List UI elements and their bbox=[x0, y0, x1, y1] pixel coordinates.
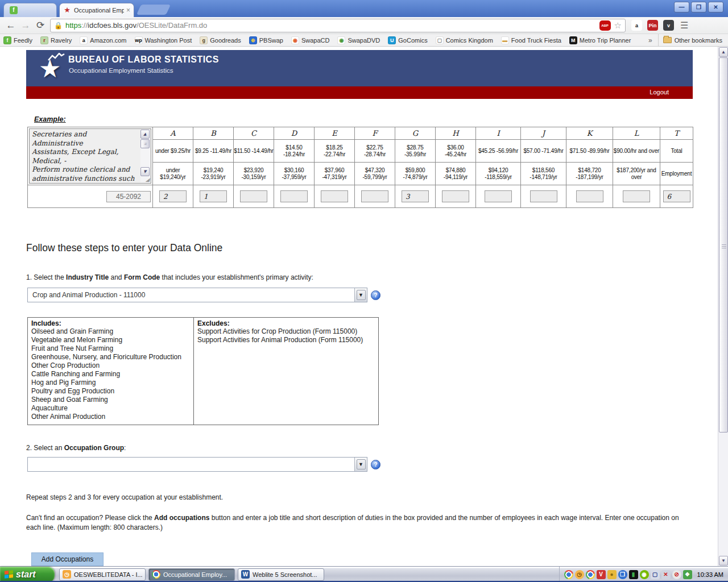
adblock-badge-icon[interactable]: ABP bbox=[599, 20, 611, 31]
other-bookmarks-button[interactable]: Other bookmarks bbox=[658, 34, 728, 46]
chrome-menu-icon[interactable]: ☰ bbox=[680, 20, 688, 31]
back-icon[interactable]: ← bbox=[3, 20, 18, 31]
wage-value-cell bbox=[315, 185, 355, 208]
bookmark-item[interactable]: ◉ SwapaCD bbox=[291, 36, 330, 44]
taskbar-task-button[interactable]: Occupational Employ... bbox=[148, 568, 235, 581]
resize-grip-icon[interactable]: ◢ bbox=[146, 177, 150, 182]
wage-value-cell bbox=[476, 185, 521, 208]
occupation-help-icon[interactable]: ? bbox=[371, 460, 380, 469]
step2-text-segment: 2. Select an bbox=[26, 444, 64, 452]
bookmark-label: Comics Kingdom bbox=[446, 37, 493, 44]
taskbar-task-button[interactable]: W Weblite 5 Screenshot... bbox=[238, 568, 324, 581]
bookmark-item[interactable]: g Goodreads bbox=[200, 36, 241, 44]
window-tray-icon[interactable]: ❐ bbox=[618, 570, 627, 579]
window-close-button[interactable]: ✕ bbox=[708, 2, 723, 13]
tab-active[interactable]: ★ Occupational Employment St × bbox=[59, 3, 134, 17]
occupation-description-textarea[interactable]: Secretaries and Administrative Assistant… bbox=[29, 128, 151, 184]
task-label: Occupational Employ... bbox=[163, 571, 227, 578]
tab-close-icon[interactable]: × bbox=[126, 6, 130, 14]
bookmarks-overflow-icon[interactable]: » bbox=[648, 36, 652, 44]
tab-pinned-feedly[interactable]: f bbox=[3, 3, 57, 17]
pinterest-extension-icon[interactable]: Pin bbox=[647, 20, 658, 31]
antivirus-tray-icon[interactable]: V bbox=[597, 570, 606, 579]
wage-yearly-range: $23,920 -30,159/yr bbox=[234, 163, 274, 185]
other-bookmarks-label: Other bookmarks bbox=[675, 37, 722, 44]
nvidia-tray-icon[interactable]: ◉ bbox=[640, 570, 649, 579]
bookmark-item[interactable]: M Metro Trip Planner bbox=[569, 36, 631, 44]
wage-hourly-range: $71.50 -89.99/hr bbox=[566, 140, 613, 163]
chrome-tray-icon[interactable] bbox=[586, 570, 595, 579]
window-minimize-button[interactable]: — bbox=[674, 2, 689, 13]
forward-icon[interactable]: → bbox=[18, 20, 33, 31]
wage-count-input[interactable] bbox=[402, 190, 429, 202]
scroll-up-icon[interactable]: ▲ bbox=[719, 47, 728, 57]
bookmark-item[interactable]: ◉ SwapaDVD bbox=[337, 36, 380, 44]
wage-column-letter: H bbox=[436, 127, 476, 140]
scroll-down-icon[interactable]: ▼ bbox=[719, 556, 728, 566]
industry-select-button[interactable]: ▼ bbox=[354, 288, 367, 302]
bookmark-item[interactable]: a Amazon.com bbox=[80, 36, 126, 44]
occupation-select-button[interactable]: ▼ bbox=[354, 458, 367, 471]
wage-count-input[interactable] bbox=[623, 190, 650, 202]
pocket-extension-icon[interactable]: v bbox=[663, 20, 674, 31]
wage-hourly-range: $11.50 -14.49/hr bbox=[234, 140, 274, 163]
taskbar-task-button[interactable]: ◷ OESWEBLITEDATA - I... bbox=[59, 568, 146, 581]
folder-icon bbox=[663, 37, 672, 43]
wage-hourly-range: $28.75 -35.99/hr bbox=[395, 140, 436, 163]
media-tray-icon[interactable]: ▮ bbox=[629, 570, 638, 579]
bookmark-item[interactable]: r Ravelry bbox=[40, 36, 72, 44]
blocked-tray-icon[interactable]: ⊘ bbox=[672, 570, 681, 579]
ravelry-icon: r bbox=[40, 36, 48, 44]
start-button[interactable]: start bbox=[0, 567, 55, 582]
outlook-reminder-tray-icon[interactable]: ◷ bbox=[575, 570, 584, 579]
bookmark-star-icon[interactable]: ☆ bbox=[614, 20, 622, 31]
bookmark-item[interactable]: ⊕ PBSwap bbox=[249, 36, 283, 44]
wage-count-input[interactable] bbox=[442, 190, 469, 202]
wage-value-cell bbox=[613, 185, 660, 208]
scrollbar-thumb[interactable]: ≡ bbox=[140, 139, 150, 148]
wage-count-input[interactable] bbox=[663, 190, 690, 202]
scrollbar-thumb[interactable] bbox=[719, 57, 728, 433]
wage-count-input[interactable] bbox=[361, 190, 388, 202]
network-offline-tray-icon[interactable]: ✕ bbox=[661, 570, 671, 579]
new-tab-button[interactable] bbox=[136, 5, 171, 15]
bookmark-item[interactable]: wp Washington Post bbox=[135, 36, 192, 44]
wage-count-input[interactable] bbox=[485, 190, 512, 202]
scroll-up-icon[interactable]: ▲ bbox=[140, 130, 150, 139]
lock-tray-icon[interactable]: ● bbox=[607, 570, 617, 579]
chrome-tray-icon[interactable] bbox=[564, 570, 573, 579]
window-restore-button[interactable]: ❐ bbox=[691, 2, 706, 13]
windows-flag-icon bbox=[5, 570, 13, 579]
bookmark-item[interactable]: U GoComics bbox=[388, 36, 427, 44]
logout-link[interactable]: Logout bbox=[650, 89, 669, 95]
step1-text-segment: Form Code bbox=[124, 273, 160, 281]
wage-count-input[interactable] bbox=[321, 190, 348, 202]
display-tray-icon[interactable]: ▢ bbox=[651, 570, 660, 579]
amazon-extension-icon[interactable]: a bbox=[631, 20, 642, 31]
washington-post-icon: wp bbox=[135, 36, 143, 44]
bookmark-item[interactable]: f Feedly bbox=[3, 36, 32, 44]
bookmark-item[interactable]: ▬ Food Truck Fiesta bbox=[501, 36, 561, 44]
textarea-scrollbar[interactable]: ▲ ≡ ▼ ◢ bbox=[140, 130, 150, 182]
wage-count-input[interactable] bbox=[280, 190, 308, 202]
bookmark-item[interactable]: ▢ Comics Kingdom bbox=[436, 36, 493, 44]
industry-help-icon[interactable]: ? bbox=[371, 290, 380, 300]
occupation-group-select[interactable]: ▼ bbox=[27, 457, 367, 472]
reload-icon[interactable]: ⟳ bbox=[33, 19, 48, 31]
industry-select[interactable]: Crop and Animal Production - 111000 ▼ bbox=[27, 288, 367, 302]
wage-hourly-range: under $9.25/hr bbox=[153, 140, 193, 163]
update-tray-icon[interactable]: ❖ bbox=[683, 570, 692, 579]
wage-count-input[interactable] bbox=[576, 190, 603, 202]
includes-item: Oilseed and Grain Farming bbox=[31, 327, 190, 336]
cant-find-text-segment: Can't find an occupation? Please click t… bbox=[26, 514, 154, 522]
soc-code-input[interactable] bbox=[106, 191, 151, 202]
add-occupations-button[interactable]: Add Occupations bbox=[31, 552, 104, 566]
page-scrollbar[interactable]: ▲ ▼ bbox=[718, 47, 728, 566]
wage-count-input[interactable] bbox=[200, 190, 227, 202]
wage-count-input[interactable] bbox=[159, 190, 187, 202]
scroll-down-icon[interactable]: ▼ bbox=[140, 167, 150, 176]
wage-count-input[interactable] bbox=[530, 190, 557, 202]
wage-count-input[interactable] bbox=[240, 190, 267, 202]
wage-yearly-range: $47,320 -59,799/yr bbox=[355, 163, 395, 185]
address-bar[interactable]: 🔒 https://idcfoes.bls.gov/OESLite/DataFr… bbox=[50, 19, 626, 32]
